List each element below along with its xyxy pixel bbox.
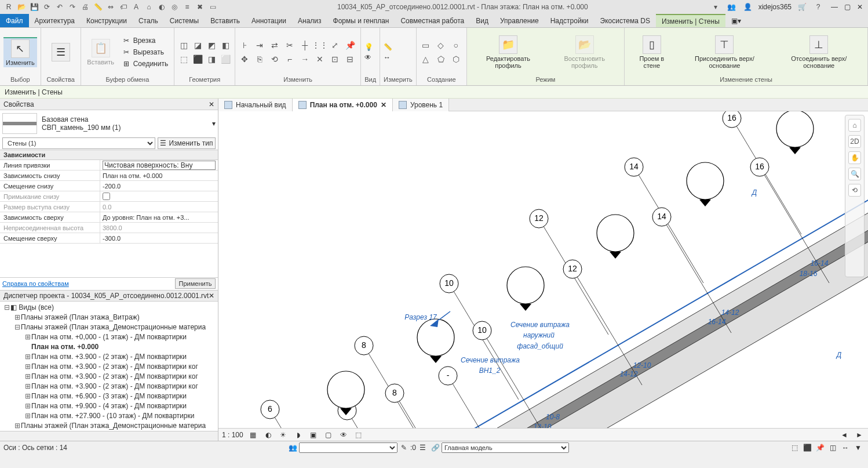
save-icon[interactable]: 💾	[28, 1, 40, 13]
geom-icon[interactable]: ⬜	[220, 53, 231, 65]
workset-selector[interactable]	[299, 442, 397, 453]
expand-icon[interactable]: ⊞	[24, 392, 31, 400]
select-link-icon[interactable]: ⬚	[789, 442, 800, 453]
copy-icon[interactable]: ⎘	[254, 53, 265, 65]
redo-icon[interactable]: ↷	[67, 1, 78, 13]
tree-node[interactable]: ⊞План на отм. +3.900 - (2 этаж) - ДМ пок…	[0, 372, 218, 382]
scrollbar-icon[interactable]: ◄	[839, 430, 849, 440]
chevron-down-icon[interactable]: ▾	[212, 119, 216, 128]
rotate-icon[interactable]: ⟲	[269, 53, 280, 65]
editable-icon[interactable]: ✎	[399, 442, 409, 453]
property-value[interactable]: До уровня: План на отм. +3...	[100, 212, 218, 222]
scale-value[interactable]: 1 : 100	[222, 431, 243, 439]
crop-icon[interactable]: ▣	[308, 430, 319, 440]
expand-icon[interactable]: ⊞	[24, 402, 31, 410]
link-icon[interactable]: 🔗	[430, 442, 440, 453]
property-row[interactable]: Неприсоединенная высота3800.0	[0, 223, 218, 233]
properties-button[interactable]: ☰	[45, 42, 77, 63]
cut-button[interactable]: ✂Вырезать	[119, 47, 171, 57]
tree-node[interactable]: ⊞Планы этажей (План этажа_Демонстрационн…	[0, 421, 218, 431]
edit-profile-button[interactable]: 📁Редактировать профиль	[471, 34, 546, 70]
tab-analyze[interactable]: Анализ	[292, 14, 327, 27]
minimize-button[interactable]: —	[829, 1, 840, 13]
close-tab-icon[interactable]: ✕	[381, 101, 386, 109]
measure-icon[interactable]: 📏	[92, 1, 104, 13]
design-options-icon[interactable]: ☰	[417, 442, 428, 453]
tag-icon[interactable]: 🏷	[118, 1, 129, 13]
trim2-icon[interactable]: ⌐	[284, 53, 296, 65]
apply-button[interactable]: Применить	[175, 278, 216, 289]
print-icon[interactable]: 🖨	[79, 1, 91, 13]
scale-icon[interactable]: ⤢	[329, 39, 341, 51]
tree-node[interactable]: ⊞План на отм. +6.900 - (3 этаж) - ДМ пок…	[0, 391, 218, 401]
dim-icon[interactable]: ↔	[384, 53, 392, 61]
expand-icon[interactable]: ⊟	[3, 303, 10, 311]
callout-icon[interactable]: ◎	[169, 1, 180, 13]
scrollbar-icon[interactable]: ►	[854, 430, 865, 440]
tree-node[interactable]: ⊞План на отм. +9.900 - (4 этаж) - ДМ пок…	[0, 401, 218, 411]
detail-level-icon[interactable]: ▦	[248, 430, 258, 440]
expand-icon[interactable]: ⊞	[24, 382, 31, 390]
tab-annotate[interactable]: Аннотации	[246, 14, 292, 27]
expand-icon[interactable]: ⊞	[24, 333, 31, 341]
tab-systems[interactable]: Системы	[164, 14, 205, 27]
geom-icon[interactable]: ◩	[206, 39, 217, 51]
modify-button[interactable]: ↖ Изменить	[3, 37, 37, 67]
tree-node[interactable]: ⊟Планы этажей (План этажа_Демонстрационн…	[0, 322, 218, 332]
move-icon[interactable]: ✥	[239, 53, 250, 65]
properties-help-link[interactable]: Справка по свойствам	[2, 280, 69, 287]
mod-icon[interactable]: ⊟	[344, 53, 356, 65]
offset-icon[interactable]: ⇥	[254, 39, 265, 51]
sun-icon[interactable]: ☀	[278, 430, 289, 440]
user-name[interactable]: xidejos365	[758, 3, 792, 11]
tab-addins[interactable]: Надстройки	[545, 14, 595, 27]
property-value[interactable]: План на отм. +0.000	[100, 170, 218, 180]
create-icon[interactable]: ⬡	[450, 53, 462, 65]
close-win-icon[interactable]: ✖	[194, 1, 206, 13]
create-icon[interactable]: ▭	[420, 39, 432, 51]
view-icon[interactable]: 👁	[364, 53, 373, 61]
array-icon[interactable]: ⋮⋮	[314, 39, 326, 51]
tab-file[interactable]: Файл	[0, 14, 29, 27]
detach-button[interactable]: ⊥Отсоединить верх/основание	[774, 34, 865, 70]
property-category[interactable]: Зависимости	[0, 150, 218, 160]
orbit-icon[interactable]: ⟲	[848, 184, 861, 197]
mod-icon[interactable]: ⊡	[329, 53, 341, 65]
expand-icon[interactable]: ⊞	[24, 353, 31, 361]
cart-icon[interactable]: 🛒	[797, 2, 807, 12]
tree-node[interactable]: ⊞Планы этажей (План этажа_Витраж)	[0, 313, 218, 322]
scrollbar-horizontal[interactable]	[0, 431, 218, 441]
thin-lines-icon[interactable]: ≡	[181, 1, 193, 13]
property-row[interactable]: Зависимость сверхуДо уровня: План на отм…	[0, 212, 218, 223]
tab-ds[interactable]: Экосистема DS	[595, 14, 656, 27]
tab-architecture[interactable]: Архитектура	[29, 14, 81, 27]
sync-icon[interactable]: ⟳	[41, 1, 53, 13]
search-icon[interactable]: ▾	[710, 2, 721, 12]
pb-close-icon[interactable]: ✕	[209, 292, 214, 300]
create-icon[interactable]: ⬠	[435, 53, 447, 65]
split-icon[interactable]: ┼	[299, 39, 311, 51]
shadow-icon[interactable]: ◗	[293, 430, 304, 440]
close-button[interactable]: ✕	[854, 1, 866, 13]
measure-icon[interactable]: 📏	[384, 43, 392, 51]
property-value[interactable]: -300.0	[100, 233, 218, 243]
help-icon[interactable]: ?	[813, 2, 823, 12]
tree-node[interactable]: ⊟◧ Виды (все)	[0, 303, 218, 313]
expand-icon[interactable]: ⊞	[14, 422, 21, 430]
3d-icon[interactable]: ⌂	[143, 1, 155, 13]
tab-modify-walls[interactable]: Изменить | Стены	[656, 14, 725, 27]
model-selector[interactable]: Главная модель	[442, 442, 569, 453]
select-pinned-icon[interactable]: 📌	[815, 442, 825, 453]
geom-icon[interactable]: ◪	[192, 39, 203, 51]
drag-icon[interactable]: ↔	[840, 442, 851, 453]
expand-icon[interactable]: ⊟	[14, 323, 21, 331]
user-icon[interactable]: 👤	[743, 2, 753, 12]
paste-button[interactable]: 📋Вставить	[85, 38, 117, 67]
switch-win-icon[interactable]: ▭	[207, 1, 218, 13]
property-value[interactable]: Чистовая поверхность: Вну	[100, 160, 218, 170]
tab-steel[interactable]: Сталь	[133, 14, 164, 27]
property-row[interactable]: Размер выступа снизу0.0	[0, 202, 218, 212]
cope-button[interactable]: ✂Врезка	[119, 35, 171, 46]
tree-node[interactable]: ⊞План на отм. +0,000 - (1 этаж) - ДМ пок…	[0, 332, 218, 342]
filter-icon[interactable]: ▼	[853, 442, 863, 453]
